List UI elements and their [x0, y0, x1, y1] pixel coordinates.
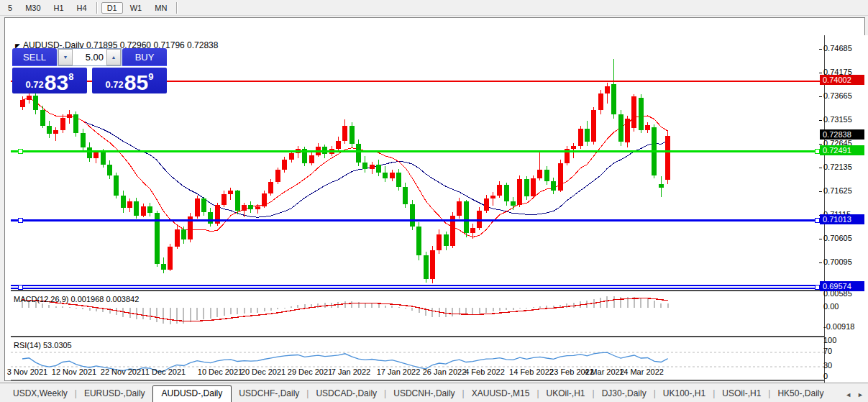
- y-tick-label: 0.73155: [823, 115, 852, 124]
- x-axis-label: 20 Dec 2021: [241, 367, 285, 376]
- macd-signal-value: 0.003842: [106, 295, 139, 303]
- tab-eurusd-daily[interactable]: EURUSD-,Daily: [77, 386, 152, 401]
- tab-usdcad-daily[interactable]: USDCAD-,Daily: [309, 386, 384, 401]
- timeframe-5[interactable]: 5: [2, 2, 18, 14]
- x-axis-label: 1 Dec 2021: [145, 367, 186, 376]
- x-axis-label: 4 Feb 2022: [465, 367, 505, 376]
- rsi-value: 53.0305: [43, 341, 72, 350]
- timeframe-d1[interactable]: D1: [101, 2, 123, 14]
- y-tick-mark: [819, 73, 822, 73]
- macd-axis-label: -0.00918: [823, 322, 854, 331]
- x-axis-label: 14 Mar 2022: [619, 367, 664, 376]
- tab-scroll-arrows: ◄►: [845, 391, 864, 401]
- volume-decrease-button[interactable]: ▼: [58, 49, 73, 65]
- buy-price-pip: 9: [148, 71, 153, 82]
- rsi-axis-label: 100: [823, 336, 836, 344]
- buy-price-prefix: 0.72: [106, 79, 124, 90]
- timeframe-w1[interactable]: W1: [124, 2, 148, 14]
- y-tick-mark: [819, 96, 822, 97]
- toolbar-separator: [96, 2, 98, 14]
- x-axis-label: 17 Jan 2022: [377, 367, 421, 376]
- price-badge: 0.71013: [820, 214, 864, 224]
- rsi-axis-label: 70: [823, 347, 832, 355]
- y-tick-label: 0.70095: [823, 257, 852, 266]
- price-badge: 0.72491: [820, 145, 864, 155]
- x-axis-label: 22 Nov 2021: [101, 367, 145, 376]
- timeframe-h4[interactable]: H4: [71, 2, 93, 14]
- tab-usoil-h1[interactable]: USOil-,H1: [715, 386, 768, 401]
- y-tick-mark: [819, 144, 822, 145]
- x-axis-label: 10 Dec 2021: [198, 367, 242, 376]
- x-axis-label: 7 Jan 2022: [332, 367, 370, 376]
- y-tick-label: 0.71625: [823, 186, 852, 195]
- tab-scroll-left-button[interactable]: ◄: [845, 391, 851, 398]
- x-axis-label: 3 Nov 2021: [7, 367, 47, 376]
- sell-price-prefix: 0.72: [26, 79, 44, 90]
- timeframe-mn[interactable]: MN: [149, 2, 173, 14]
- x-axis-label: 14 Feb 2022: [509, 367, 554, 376]
- timeframe-toolbar: 5M30H1H4D1W1MN: [0, 0, 868, 16]
- y-tick-label: 0.70605: [823, 234, 852, 242]
- tab-xauusd-m15[interactable]: XAUUSD-,M15: [465, 386, 537, 401]
- tab-usdx-weekly[interactable]: USDX,Weekly: [6, 386, 75, 401]
- buy-button[interactable]: BUY: [122, 48, 167, 66]
- y-tick-mark: [819, 168, 822, 168]
- y-tick-mark: [819, 191, 822, 192]
- sell-button[interactable]: SELL: [12, 48, 57, 66]
- volume-increase-button[interactable]: ▲: [106, 49, 121, 65]
- sell-price-main: 83: [45, 73, 68, 92]
- x-axis-label: 29 Dec 2021: [288, 367, 332, 376]
- rsi-axis-label: 0: [823, 372, 828, 380]
- y-tick-mark: [819, 262, 822, 263]
- tab-audusd-daily[interactable]: AUDUSD-,Daily: [152, 385, 232, 402]
- timeframe-h1[interactable]: H1: [48, 2, 70, 14]
- rsi-label: RSI(14) 53.0305: [14, 341, 72, 350]
- price-badge: 0.69574: [820, 281, 864, 291]
- tab-uk100-h1[interactable]: UK100-,H1: [656, 386, 713, 401]
- toolbar-separator: [176, 2, 178, 14]
- price-badge: 0.72838: [820, 129, 864, 140]
- sell-price-pip: 8: [68, 71, 73, 82]
- tab-dj30-daily[interactable]: DJ30-,Daily: [595, 386, 654, 401]
- trade-panel: SELL ▼ ▲ BUY 0.72 83 8 0.72 85 9: [12, 48, 167, 93]
- x-axis-label: 4 Mar 2022: [584, 367, 624, 376]
- tab-usdcnh-daily[interactable]: USDCNH-,Daily: [386, 386, 462, 401]
- x-axis-label: 26 Jan 2022: [423, 367, 467, 376]
- y-tick-label: 0.72135: [823, 163, 852, 171]
- timeframe-m30[interactable]: M30: [19, 2, 46, 14]
- tab-ukoil-h1[interactable]: UKOil-,H1: [539, 386, 593, 401]
- buy-price-main: 85: [124, 73, 148, 92]
- rsi-axis-label: 30: [823, 361, 832, 370]
- volume-input[interactable]: [73, 49, 106, 65]
- chart-window: ◤AUDUSD-,Daily 0.71895 0.72960 0.71796 0…: [4, 17, 865, 381]
- y-tick-label: 0.73665: [823, 91, 852, 100]
- tab-usdchf-daily[interactable]: USDCHF-,Daily: [232, 386, 306, 401]
- macd-main-value: 0.001968: [70, 295, 104, 303]
- y-tick-mark: [819, 49, 822, 50]
- tab-scroll-right-button[interactable]: ►: [857, 391, 864, 398]
- price-badge: 0.74002: [820, 75, 864, 85]
- y-tick-mark: [819, 239, 822, 239]
- tab-bar: USDX,Weekly|EURUSD-,DailyAUDUSD-,DailyUS…: [0, 383, 868, 402]
- sell-price[interactable]: 0.72 83 8: [12, 68, 87, 93]
- macd-axis-label: 0.00: [823, 302, 839, 311]
- buy-price[interactable]: 0.72 85 9: [92, 68, 167, 93]
- y-tick-label: 0.74685: [823, 44, 852, 52]
- x-axis-label: 12 Nov 2021: [52, 367, 96, 376]
- macd-label: MACD(12,26,9) 0.001968 0.003842: [14, 295, 139, 303]
- y-tick-mark: [819, 120, 822, 121]
- tab-hk50-daily[interactable]: HK50-,Daily: [770, 386, 831, 401]
